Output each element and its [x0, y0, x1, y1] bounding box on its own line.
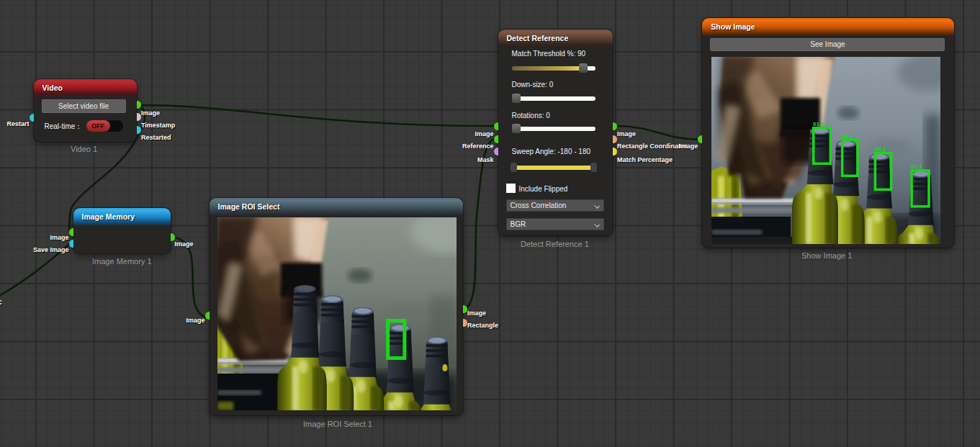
svg-text:97.1: 97.1 — [911, 163, 922, 170]
svg-text:98.2: 98.2 — [842, 133, 853, 140]
svg-text:98.2: 98.2 — [875, 146, 886, 153]
svg-text:91.3: 91.3 — [813, 121, 824, 127]
